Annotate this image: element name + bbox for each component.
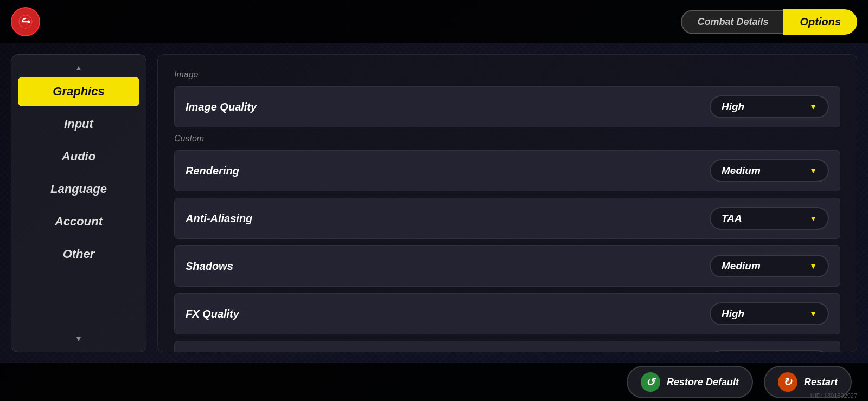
- section-label-custom: Custom: [174, 134, 840, 144]
- chevron-down-icon: ▼: [809, 214, 817, 223]
- dropdown-value-image-quality: High: [722, 101, 744, 113]
- setting-label-anti-aliasing: Anti-Aliasing: [186, 212, 252, 225]
- sidebar-arrow-down[interactable]: ▼: [11, 331, 146, 346]
- settings-row-rendering: Rendering Medium ▼: [174, 150, 840, 191]
- restore-default-label: Restore Default: [667, 377, 739, 388]
- dropdown-fx-quality[interactable]: High ▼: [710, 302, 829, 325]
- sidebar-item-graphics[interactable]: Graphics: [18, 77, 139, 106]
- restore-default-button[interactable]: ↺ Restore Default: [627, 366, 753, 398]
- header-tabs: Combat Details Options: [681, 9, 857, 35]
- section-label-image: Image: [174, 70, 840, 80]
- topbar: Combat Details Options: [0, 0, 868, 43]
- dropdown-anti-aliasing[interactable]: TAA ▼: [710, 207, 829, 230]
- dropdown-fps[interactable]: 60 ▼: [710, 350, 829, 352]
- setting-label-rendering: Rendering: [186, 165, 239, 177]
- sidebar-item-language[interactable]: Language: [18, 174, 139, 204]
- settings-row-shadows: Shadows Medium ▼: [174, 245, 840, 287]
- restart-icon: ↻: [778, 372, 797, 392]
- settings-row-fx-quality: FX Quality High ▼: [174, 293, 840, 334]
- setting-label-shadows: Shadows: [186, 260, 233, 273]
- sidebar: ▲ Graphics Input Audio Language Account …: [11, 54, 146, 352]
- settings-row-image-quality: Image Quality High ▼: [174, 86, 840, 127]
- settings-row-fps: FPS 60 ▼: [174, 341, 840, 352]
- dropdown-value-anti-aliasing: TAA: [722, 212, 742, 224]
- dropdown-value-fx-quality: High: [722, 308, 744, 320]
- tab-options[interactable]: Options: [783, 9, 857, 35]
- sidebar-arrow-up[interactable]: ▲: [11, 60, 146, 75]
- dropdown-value-rendering: Medium: [722, 165, 761, 177]
- main-layout: ▲ Graphics Input Audio Language Account …: [0, 43, 868, 363]
- setting-label-fx-quality: FX Quality: [186, 308, 239, 320]
- content-panel: Image Image Quality High ▼ Custom Render…: [157, 54, 857, 352]
- chevron-down-icon: ▼: [809, 166, 817, 175]
- setting-label-image-quality: Image Quality: [186, 101, 257, 113]
- dropdown-image-quality[interactable]: High ▼: [710, 95, 829, 118]
- svg-point-0: [28, 21, 30, 23]
- logo-icon: [11, 7, 40, 36]
- dropdown-rendering[interactable]: Medium ▼: [710, 159, 829, 182]
- sidebar-item-audio[interactable]: Audio: [18, 142, 139, 171]
- uid-text: UID: 1301602927: [810, 392, 857, 399]
- dropdown-shadows[interactable]: Medium ▼: [710, 255, 829, 277]
- restore-icon: ↺: [641, 372, 660, 392]
- logo-area: [11, 7, 40, 36]
- sidebar-item-other[interactable]: Other: [18, 240, 139, 269]
- chevron-down-icon: ▼: [809, 102, 817, 111]
- tab-combat-details[interactable]: Combat Details: [681, 10, 783, 34]
- sidebar-item-account[interactable]: Account: [18, 207, 139, 236]
- dropdown-value-shadows: Medium: [722, 260, 761, 272]
- sidebar-item-input[interactable]: Input: [18, 109, 139, 139]
- chevron-down-icon: ▼: [809, 262, 817, 270]
- chevron-down-icon: ▼: [809, 309, 817, 318]
- settings-row-anti-aliasing: Anti-Aliasing TAA ▼: [174, 198, 840, 239]
- restart-label: Restart: [804, 377, 838, 388]
- bottombar: ↺ Restore Default ↻ Restart UID: 1301602…: [0, 363, 868, 401]
